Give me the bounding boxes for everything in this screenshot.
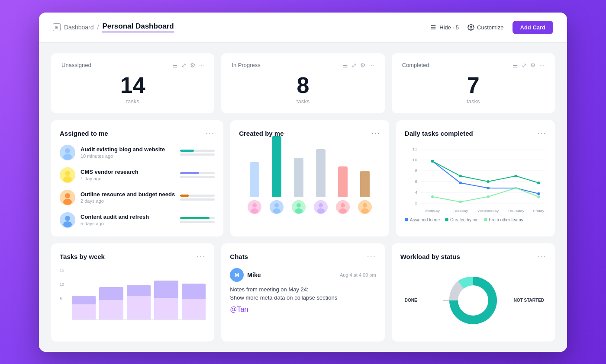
svg-text:Wednesday: Wednesday (477, 208, 499, 212)
expand-icon[interactable]: ⤢ (181, 62, 187, 69)
stat-label-unassigned: Unassigned (61, 62, 91, 68)
expand-icon[interactable]: ⤢ (522, 62, 527, 69)
donut-chart: DONE NOT STA (400, 268, 546, 333)
svg-point-9 (63, 176, 72, 182)
hide-icon (430, 24, 437, 31)
workload-more-button[interactable]: ··· (537, 252, 546, 261)
svg-point-59 (514, 175, 517, 177)
avatar (336, 200, 350, 214)
gear-icon (467, 24, 474, 31)
dashboard-content: Unassigned ⚌ ⤢ ⚙ ··· 14 tasks In Progres… (39, 43, 567, 352)
avatar (270, 200, 284, 214)
task-item: Outline resource and budget needs 2 days… (60, 190, 215, 205)
tasks-by-week-title: Tasks by week (60, 253, 105, 260)
chats-card: Chats ··· M Mike Aug 4 at 4:00 pm Notes … (221, 243, 384, 342)
chat-mention: @Tan (230, 306, 376, 313)
page-title: Personal Dashboard (102, 22, 174, 32)
more-icon[interactable]: ··· (369, 62, 374, 69)
svg-point-23 (297, 203, 301, 208)
svg-point-6 (63, 154, 72, 160)
svg-point-67 (458, 285, 488, 316)
assigned-more-button[interactable]: ··· (206, 129, 215, 138)
stat-label-inprogress: In Progress (232, 62, 260, 68)
daily-tasks-more-button[interactable]: ··· (537, 129, 546, 138)
donut-label-done: DONE (405, 298, 417, 303)
breadcrumb-separator: / (97, 24, 99, 31)
more-icon[interactable]: ··· (539, 62, 545, 69)
legend-created: Created by me (445, 217, 479, 222)
stat-number-inprogress: 8 (297, 74, 309, 96)
stat-unit-inprogress: tasks (297, 98, 309, 105)
avatar (60, 212, 75, 228)
stat-actions-inprogress: ⚌ ⤢ ⚙ ··· (342, 62, 374, 69)
bar-group (358, 171, 372, 214)
settings-icon[interactable]: ⚙ (360, 62, 366, 69)
avatar (314, 200, 328, 214)
filter-icon[interactable]: ⚌ (172, 62, 178, 69)
svg-point-33 (361, 208, 369, 214)
svg-text:4: 4 (415, 190, 417, 194)
task-time: 5 days ago (81, 221, 175, 226)
hide-button[interactable]: Hide · 5 (430, 24, 459, 31)
task-name: Audit existing blog and website (81, 146, 175, 153)
avatar (60, 145, 75, 160)
svg-point-15 (63, 221, 72, 227)
svg-text:10: 10 (413, 157, 418, 162)
avatar (248, 200, 261, 214)
filter-icon[interactable]: ⚌ (342, 62, 348, 69)
svg-point-3 (470, 26, 472, 28)
stat-unit-completed: tasks (467, 98, 480, 105)
svg-point-52 (459, 182, 462, 184)
svg-point-8 (65, 171, 70, 176)
workload-title: Workload by status (400, 253, 460, 260)
chats-more-button[interactable]: ··· (367, 252, 376, 261)
bar-group (314, 149, 328, 214)
chats-title: Chats (230, 253, 248, 260)
svg-point-11 (65, 193, 70, 198)
expand-icon[interactable]: ⤢ (351, 62, 357, 69)
line-chart: 11 10 8 6 4 2 Monday Tuesday Wednesday T… (405, 145, 546, 214)
task-time: 1 day ago (81, 176, 175, 181)
chat-avatar: M (230, 268, 244, 282)
legend-other: From other teams (484, 217, 523, 222)
svg-point-58 (487, 180, 490, 183)
header-actions: Hide · 5 Customize Add Card (430, 21, 553, 34)
task-item: Content audit and refresh 5 days ago (60, 212, 215, 228)
stat-card-unassigned: Unassigned ⚌ ⤢ ⚙ ··· 14 tasks (51, 53, 214, 113)
stat-unit-unassigned: tasks (126, 98, 139, 105)
settings-icon[interactable]: ⚙ (190, 62, 196, 69)
task-list: Audit existing blog and website 10 minut… (60, 145, 215, 228)
svg-point-17 (252, 203, 257, 208)
legend-assigned: Assigned to me (405, 217, 440, 222)
assigned-to-me-card: Assigned to me ··· Audit existing blog a… (51, 120, 223, 236)
header: ⊞ Dashboard / Personal Dashboard Hide · … (39, 13, 567, 43)
svg-text:Monday: Monday (425, 208, 440, 212)
avatar (292, 200, 306, 214)
svg-text:Thursday: Thursday (507, 208, 525, 212)
svg-text:8: 8 (415, 168, 417, 172)
add-card-button[interactable]: Add Card (513, 21, 554, 34)
svg-point-62 (459, 201, 462, 203)
svg-point-14 (65, 216, 70, 221)
filter-icon[interactable]: ⚌ (513, 62, 518, 69)
avatar (60, 190, 75, 205)
task-time: 10 minutes ago (81, 153, 175, 159)
tasks-week-more-button[interactable]: ··· (197, 252, 206, 261)
svg-point-53 (487, 187, 490, 189)
svg-point-63 (487, 195, 490, 198)
stat-number-completed: 7 (467, 74, 480, 96)
task-name: Content audit and refresh (81, 214, 175, 220)
more-icon[interactable]: ··· (199, 62, 204, 69)
customize-button[interactable]: Customize (467, 24, 503, 31)
chart-legend: Assigned to me Created by me From other … (405, 217, 546, 222)
chat-user: M Mike (230, 268, 261, 282)
created-more-button[interactable]: ··· (371, 129, 380, 138)
stat-card-inprogress: In Progress ⚌ ⤢ ⚙ ··· 8 tasks (221, 53, 384, 113)
breadcrumb: ⊞ Dashboard / Personal Dashboard (53, 22, 174, 32)
svg-point-56 (431, 160, 434, 163)
settings-icon[interactable]: ⚙ (530, 62, 536, 69)
avatar (358, 200, 372, 214)
chat-item: M Mike Aug 4 at 4:00 pm Notes from meeti… (230, 268, 376, 313)
svg-point-60 (537, 182, 540, 184)
svg-text:Tuesday: Tuesday (453, 208, 468, 212)
